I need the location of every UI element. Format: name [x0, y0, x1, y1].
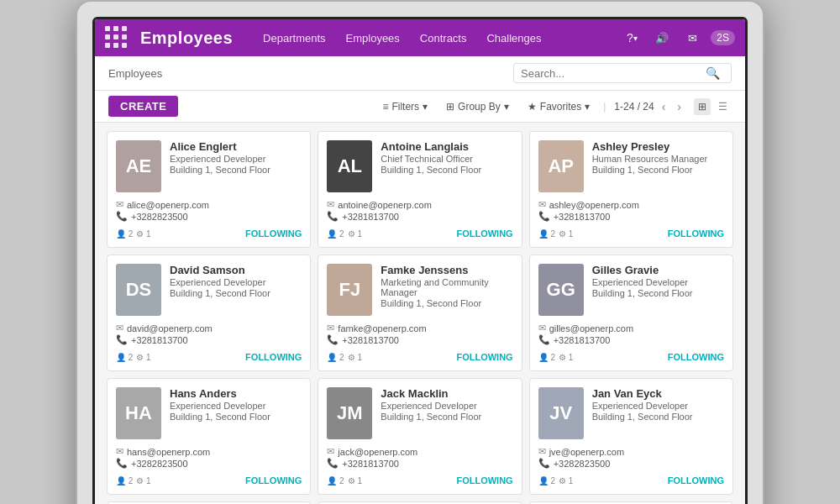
- card-contact: ✉ jack@openerp.com 📞 +3281813700: [327, 446, 512, 469]
- nav-contracts[interactable]: Contracts: [410, 19, 477, 56]
- following-tag[interactable]: FOLLOWING: [245, 228, 302, 239]
- phone-contact-icon: 📞: [538, 458, 550, 469]
- card-badges: 👤 2 ⚙ 1: [327, 476, 362, 486]
- employee-card[interactable]: FJ Famke Jenssens Marketing and Communit…: [318, 255, 522, 371]
- employee-card[interactable]: AL Antoine Langlais Chief Technical Offi…: [318, 131, 522, 248]
- nav-challenges[interactable]: Challenges: [476, 19, 551, 56]
- following-tag[interactable]: FOLLOWING: [245, 352, 302, 362]
- employee-phone: +3281813700: [342, 335, 399, 345]
- employee-job-title: Chief Technical Officer: [381, 154, 512, 164]
- email-contact-icon: ✉: [116, 199, 123, 210]
- employee-card[interactable]: DS David Samson Experienced Developer Bu…: [107, 255, 311, 371]
- card-info: Famke Jenssens Marketing and Community M…: [381, 264, 512, 308]
- grid-view-button[interactable]: ⊞: [694, 98, 711, 115]
- following-tag[interactable]: FOLLOWING: [456, 475, 512, 486]
- following-tag[interactable]: FOLLOWING: [668, 228, 724, 239]
- email-row: ✉ antoine@openerp.com: [327, 199, 512, 210]
- phone-row: 📞 +3281813700: [327, 458, 512, 469]
- card-contact: ✉ jve@openerp.com 📞 +3282823500: [538, 446, 724, 469]
- followers-badge: 👤 2: [116, 476, 133, 486]
- next-page-button[interactable]: ›: [673, 98, 685, 115]
- following-tag[interactable]: FOLLOWING: [668, 475, 724, 486]
- card-badges: 👤 2 ⚙ 1: [538, 476, 574, 486]
- card-contact: ✉ david@openerp.com 📞 +3281813700: [116, 323, 302, 345]
- card-bottom: 👤 2 ⚙ 1 FOLLOWING: [116, 228, 302, 239]
- following-tag[interactable]: FOLLOWING: [456, 228, 512, 239]
- employee-email: hans@openerp.com: [127, 447, 210, 457]
- filters-button[interactable]: ≡ Filters ▾: [377, 98, 433, 115]
- email-contact-icon: ✉: [116, 446, 123, 457]
- employee-card[interactable]: JM Jack Macklin Experienced Developer Bu…: [318, 378, 522, 495]
- employee-name: Famke Jenssens: [381, 264, 512, 276]
- card-contact: ✉ alice@openerp.com 📞 +3282823500: [116, 199, 302, 222]
- employee-location: Building 1, Second Floor: [170, 412, 302, 422]
- help-icon[interactable]: ? ▾: [620, 26, 643, 50]
- create-button[interactable]: CREATE: [108, 96, 178, 117]
- following-tag[interactable]: FOLLOWING: [245, 475, 302, 486]
- employee-job-title: Experienced Developer: [381, 401, 512, 411]
- prev-page-button[interactable]: ‹: [658, 98, 670, 115]
- following-tag[interactable]: FOLLOWING: [456, 352, 512, 362]
- employee-card[interactable]: HA Hans Anders Experienced Developer Bui…: [107, 378, 311, 495]
- card-bottom: 👤 2 ⚙ 1 FOLLOWING: [538, 228, 724, 239]
- volume-icon[interactable]: 🔊: [650, 26, 674, 50]
- activities-badge: ⚙ 1: [348, 476, 362, 486]
- card-bottom: 👤 2 ⚙ 1 FOLLOWING: [538, 352, 724, 362]
- following-tag[interactable]: FOLLOWING: [668, 352, 724, 362]
- followers-badge: 👤 2: [327, 229, 344, 239]
- favorites-label: Favorites: [540, 101, 581, 113]
- card-top: GG Gilles Gravie Experienced Developer B…: [538, 264, 724, 316]
- filter-icon: ≡: [382, 101, 388, 113]
- card-top: AE Alice Englert Experienced Developer B…: [116, 140, 302, 192]
- card-badges: 👤 2 ⚙ 1: [116, 353, 151, 362]
- user-badge[interactable]: 2S: [711, 30, 735, 45]
- email-contact-icon: ✉: [327, 323, 334, 333]
- phone-contact-icon: 📞: [538, 211, 550, 222]
- avatar: AP: [538, 140, 584, 192]
- employee-job-title: Experienced Developer: [170, 401, 302, 411]
- search-input[interactable]: [521, 67, 706, 80]
- card-contact: ✉ gilles@openerp.com 📞 +3281813700: [538, 323, 724, 345]
- card-bottom: 👤 2 ⚙ 1 FOLLOWING: [327, 228, 512, 239]
- email-row: ✉ jack@openerp.com: [327, 446, 512, 457]
- toolbar: CREATE ≡ Filters ▾ ⊞ Group By ▾ ★ Favori: [95, 91, 745, 123]
- phone-contact-icon: 📞: [327, 211, 339, 222]
- employee-card[interactable]: AE Alice Englert Experienced Developer B…: [107, 131, 311, 248]
- phone-row: 📞 +3282823500: [538, 458, 724, 469]
- followers-badge: 👤 2: [538, 476, 555, 486]
- apps-menu-icon[interactable]: [105, 26, 129, 50]
- employee-phone: +3281813700: [554, 335, 611, 345]
- activities-badge: ⚙ 1: [559, 476, 573, 486]
- card-bottom: 👤 2 ⚙ 1 FOLLOWING: [327, 475, 512, 486]
- employee-card[interactable]: JV Jan Van Eyck Experienced Developer Bu…: [529, 378, 733, 495]
- list-view-button[interactable]: ☰: [714, 98, 732, 115]
- activities-badge: ⚙ 1: [136, 353, 150, 362]
- employee-email: antoine@openerp.com: [338, 200, 431, 210]
- favorites-button[interactable]: ★ Favorites ▾: [522, 98, 595, 115]
- card-badges: 👤 2 ⚙ 1: [538, 229, 574, 239]
- email-icon[interactable]: ✉: [680, 26, 704, 50]
- group-by-button[interactable]: ⊞ Group By ▾: [441, 98, 514, 115]
- activities-badge: ⚙ 1: [559, 229, 573, 239]
- card-info: Alice Englert Experienced Developer Buil…: [170, 140, 302, 175]
- followers-badge: 👤 2: [116, 353, 133, 362]
- phone-row: 📞 +3281813700: [327, 211, 512, 222]
- activities-badge: ⚙ 1: [348, 229, 362, 239]
- avatar: JV: [538, 387, 584, 439]
- employee-job-title: Human Resources Manager: [592, 154, 724, 164]
- employee-job-title: Experienced Developer: [170, 154, 302, 164]
- nav-departments[interactable]: Departments: [253, 19, 335, 56]
- employee-phone: +3282823500: [131, 212, 188, 222]
- employee-card[interactable]: GG Gilles Gravie Experienced Developer B…: [529, 255, 733, 371]
- employee-email: jack@openerp.com: [338, 447, 417, 457]
- screen: Employees Departments Employees Contract…: [92, 17, 748, 504]
- card-bottom: 👤 2 ⚙ 1 FOLLOWING: [116, 352, 302, 362]
- avatar: GG: [538, 264, 584, 316]
- card-contact: ✉ antoine@openerp.com 📞 +3281813700: [327, 199, 512, 222]
- card-bottom: 👤 2 ⚙ 1 FOLLOWING: [116, 475, 302, 486]
- employee-card[interactable]: AP Ashley Presley Human Resources Manage…: [529, 131, 733, 248]
- search-box: 🔍: [513, 63, 732, 83]
- nav-employees[interactable]: Employees: [336, 19, 410, 56]
- followers-badge: 👤 2: [538, 353, 555, 362]
- employee-name: Gilles Gravie: [592, 264, 724, 276]
